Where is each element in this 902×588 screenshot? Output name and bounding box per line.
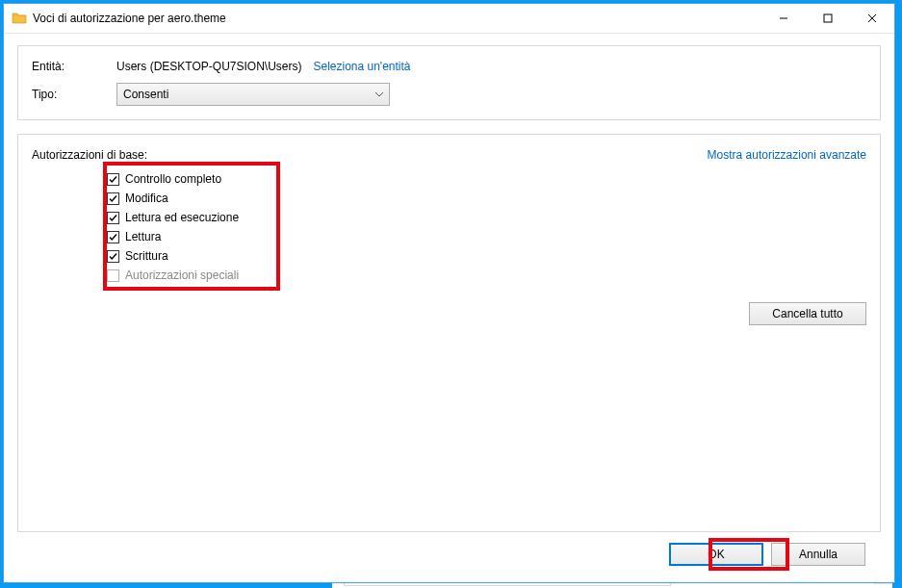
dialog-footer: OK Annulla [17,532,881,576]
entity-value: Users (DESKTOP-QU7SION\Users) [116,60,301,73]
window-title: Voci di autorizzazione per aero.theme [33,12,761,25]
permission-row: Modifica [107,189,866,208]
permission-checkbox[interactable] [107,212,119,224]
permission-label: Lettura [125,230,161,243]
principal-panel: Entità: Users (DESKTOP-QU7SION\Users) Se… [17,45,881,120]
cancel-button[interactable]: Annulla [771,543,865,566]
entity-label: Entità: [32,60,116,73]
select-entity-link[interactable]: Seleziona un'entità [313,60,410,73]
permission-checkbox[interactable] [107,231,119,243]
permission-row: Autorizzazioni speciali [107,266,866,285]
svg-rect-0 [824,14,832,22]
permission-checkbox[interactable] [107,250,119,263]
minimize-icon [779,13,788,23]
type-select[interactable]: Consenti [116,83,390,106]
permissions-list: Controllo completoModificaLettura ed ese… [32,169,866,285]
dialog-window: Voci di autorizzazione per aero.theme En… [3,3,895,583]
permission-label: Controllo completo [125,172,221,186]
permission-row: Lettura [107,227,866,246]
permissions-section-label: Autorizzazioni di base: [32,148,147,162]
permission-checkbox[interactable] [107,173,119,186]
type-select-value: Consenti [123,88,168,101]
permission-label: Lettura ed esecuzione [125,211,239,224]
minimize-button[interactable] [761,4,806,33]
close-icon [867,13,877,23]
permission-checkbox [107,269,119,282]
titlebar: Voci di autorizzazione per aero.theme [4,4,894,34]
permission-row: Controllo completo [107,169,866,189]
clear-all-button[interactable]: Cancella tutto [749,302,866,325]
permission-checkbox[interactable] [107,192,119,205]
ok-button[interactable]: OK [669,543,763,566]
close-button[interactable] [850,4,894,33]
permission-row: Scrittura [107,246,866,266]
maximize-button[interactable] [806,4,850,33]
maximize-icon [823,13,833,23]
window-controls [761,4,894,33]
chevron-down-icon [375,88,383,101]
permission-label: Modifica [125,192,168,205]
permission-label: Autorizzazioni speciali [125,268,239,282]
permission-label: Scrittura [125,249,168,263]
dialog-content: Entità: Users (DESKTOP-QU7SION\Users) Se… [4,34,894,582]
type-label: Tipo: [32,88,116,101]
folder-icon [12,11,27,26]
permission-row: Lettura ed esecuzione [107,208,866,227]
show-advanced-link[interactable]: Mostra autorizzazioni avanzate [708,148,866,162]
permissions-panel: Autorizzazioni di base: Mostra autorizza… [17,134,881,532]
